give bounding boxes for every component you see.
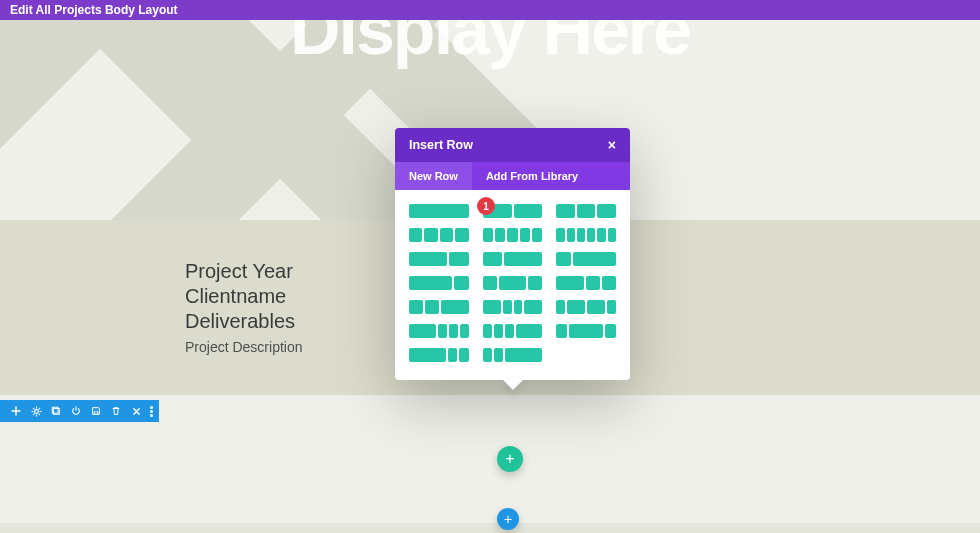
- layout-2-1[interactable]: [409, 252, 469, 266]
- project-client: Clientname: [185, 285, 303, 308]
- layout-grid: 1: [395, 190, 630, 380]
- layout-sm-sm-2[interactable]: [483, 348, 543, 362]
- more-icon[interactable]: [150, 406, 153, 417]
- layout-1-2-1[interactable]: [483, 276, 543, 290]
- layout-1-3[interactable]: [556, 252, 616, 266]
- layout-1-sm-sm-1[interactable]: [483, 300, 543, 314]
- edit-header: Edit All Projects Body Layout: [0, 0, 980, 20]
- layout-2-sm-sm[interactable]: [409, 348, 469, 362]
- bottom-strip: [0, 523, 980, 533]
- modal-header: Insert Row ×: [395, 128, 630, 162]
- modal-title: Insert Row: [409, 138, 473, 152]
- layout-1-1-1-3[interactable]: [483, 324, 543, 338]
- plus-icon[interactable]: [9, 404, 23, 418]
- layout-3-1-1-1[interactable]: [409, 324, 469, 338]
- layout-fifths[interactable]: [483, 228, 543, 242]
- layout-1-4-1[interactable]: [556, 324, 616, 338]
- project-deliverables: Deliverables: [185, 310, 303, 333]
- trash-icon[interactable]: [109, 404, 123, 418]
- modal-tabs: New Row Add From Library: [395, 162, 630, 190]
- project-description: Project Description: [185, 339, 303, 355]
- layout-1-1-2[interactable]: [409, 300, 469, 314]
- project-year: Project Year: [185, 260, 303, 283]
- duplicate-icon[interactable]: [49, 404, 63, 418]
- svg-point-0: [34, 409, 38, 413]
- modal-pointer: [501, 378, 525, 390]
- layout-3-1[interactable]: [409, 276, 469, 290]
- project-info: Project Year Clientname Deliverables Pro…: [185, 260, 303, 355]
- layout-sm-1-1-sm[interactable]: [556, 300, 616, 314]
- tab-new-row[interactable]: New Row: [395, 162, 472, 190]
- section-toolbar[interactable]: [0, 400, 159, 422]
- layout-quarters[interactable]: [409, 228, 469, 242]
- step-badge: 1: [477, 197, 495, 215]
- layout-sixths[interactable]: [556, 228, 616, 242]
- layout-2-1-1[interactable]: [556, 276, 616, 290]
- header-title: Edit All Projects Body Layout: [10, 3, 178, 17]
- layout-full[interactable]: [409, 204, 469, 218]
- modal-close-button[interactable]: ×: [608, 138, 616, 152]
- close-icon[interactable]: [129, 404, 143, 418]
- power-icon[interactable]: [69, 404, 83, 418]
- add-row-button[interactable]: +: [497, 446, 523, 472]
- tab-add-from-library[interactable]: Add From Library: [472, 162, 592, 190]
- insert-row-modal: Insert Row × New Row Add From Library 1: [395, 128, 630, 380]
- save-icon[interactable]: [89, 404, 103, 418]
- add-section-button[interactable]: +: [497, 508, 519, 530]
- layout-thirds[interactable]: [556, 204, 616, 218]
- layout-1-2[interactable]: [483, 252, 543, 266]
- gear-icon[interactable]: [29, 404, 43, 418]
- svg-rect-3: [94, 412, 97, 415]
